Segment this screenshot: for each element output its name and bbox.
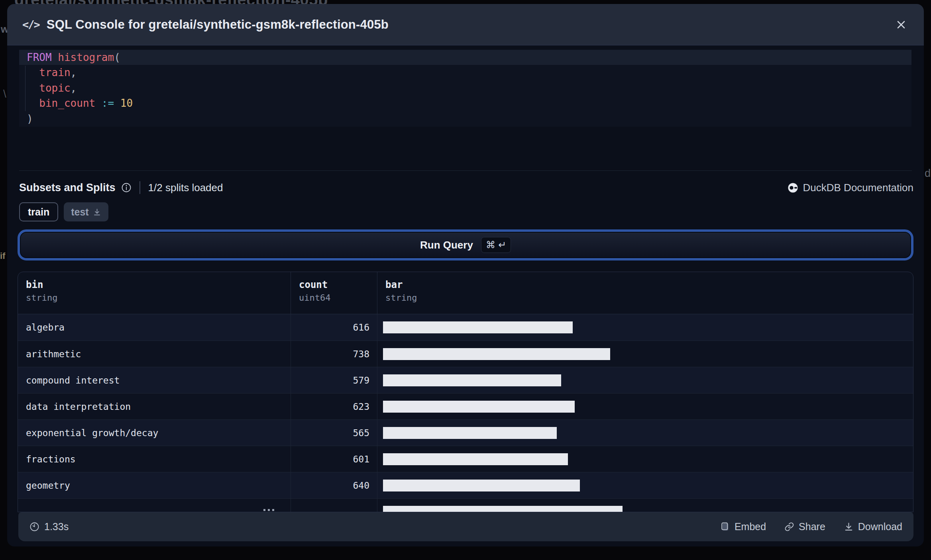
table-row: geometry640 xyxy=(18,472,913,498)
code-token: , xyxy=(71,82,77,94)
column-name: bar xyxy=(385,279,913,290)
table-row: arithmetic738 xyxy=(18,341,913,367)
count-cell: 579 xyxy=(291,367,377,393)
code-token: ( xyxy=(114,51,120,63)
section-divider xyxy=(19,170,912,171)
sql-editor[interactable]: FROM histogram( train, topic, bin_count … xyxy=(19,50,911,127)
bin-cell: compound interest xyxy=(18,367,291,393)
split-button-train[interactable]: train xyxy=(19,202,58,221)
bar-cell xyxy=(377,420,913,446)
code-token: FROM xyxy=(27,51,52,63)
run-query-label: Run Query xyxy=(420,239,473,251)
query-duration: 1.33s xyxy=(29,521,69,533)
bar-cell xyxy=(377,472,913,498)
clock-icon xyxy=(29,522,39,532)
bar-cell xyxy=(377,367,913,393)
subsets-title: Subsets and Splits xyxy=(19,182,116,194)
code-token xyxy=(52,51,58,63)
count-cell: 565 xyxy=(291,420,377,446)
share-button[interactable]: Share xyxy=(784,521,825,533)
bar-cell xyxy=(377,394,913,419)
code-token: := xyxy=(102,97,114,109)
bar-rect xyxy=(383,427,557,439)
share-icon xyxy=(784,522,794,532)
subsets-row: Subsets and Splits 1/2 splits loaded Duc… xyxy=(19,177,913,198)
bar-rect xyxy=(383,480,580,491)
code-icon: </> xyxy=(22,18,39,31)
bar-rect xyxy=(383,506,623,513)
action-label: Download xyxy=(858,521,902,533)
code-token: bin_count xyxy=(39,97,95,109)
code-token xyxy=(27,97,39,109)
split-button-test[interactable]: test xyxy=(64,202,108,221)
bar-cell xyxy=(377,341,913,367)
enter-key-icon: ↵ xyxy=(498,239,506,251)
column-header-bin: binstring xyxy=(18,272,291,314)
bar-rect xyxy=(383,374,561,386)
clipped-count-digits xyxy=(263,509,274,511)
bin-cell xyxy=(18,499,291,512)
indent-guide xyxy=(25,66,26,111)
bin-cell: geometry xyxy=(18,472,291,498)
count-cell xyxy=(291,499,377,512)
table-row-partial xyxy=(18,498,913,512)
bin-cell: arithmetic xyxy=(18,341,291,367)
run-query-button[interactable]: Run Query ⌘ ↵ xyxy=(18,229,913,260)
sql-console-modal: </> SQL Console for gretelai/synthetic-g… xyxy=(7,4,924,546)
duckdb-doc-label: DuckDB Documentation xyxy=(803,182,913,194)
close-icon[interactable] xyxy=(894,18,908,31)
cmd-key-icon: ⌘ xyxy=(486,239,495,251)
bar-cell xyxy=(377,499,913,512)
modal-title: SQL Console for gretelai/synthetic-gsm8k… xyxy=(47,18,389,32)
splits-row: traintest xyxy=(19,202,108,221)
code-line: topic, xyxy=(19,80,911,96)
code-token: train xyxy=(39,67,70,78)
code-token xyxy=(27,82,39,94)
modal-header: </> SQL Console for gretelai/synthetic-g… xyxy=(7,4,924,45)
table-row: data interpretation623 xyxy=(18,393,913,419)
bin-cell: fractions xyxy=(18,446,291,472)
bin-cell: exponential growth/decay xyxy=(18,420,291,446)
table-header: binstringcountuint64barstring xyxy=(18,272,913,314)
bin-cell: algebra xyxy=(18,314,291,341)
column-name: bin xyxy=(26,279,291,290)
code-line: train, xyxy=(19,65,911,80)
bar-rect xyxy=(383,348,610,360)
split-label: test xyxy=(71,206,88,218)
table-row: algebra616 xyxy=(18,314,913,341)
table-body: algebra616arithmetic738compound interest… xyxy=(18,314,913,512)
table-row: exponential growth/decay565 xyxy=(18,419,913,446)
code-token: histogram xyxy=(58,51,114,63)
count-cell: 738 xyxy=(291,341,377,367)
code-token: ) xyxy=(27,113,33,125)
count-cell: 623 xyxy=(291,394,377,419)
background-text-fragment: if xyxy=(0,251,5,261)
info-icon[interactable] xyxy=(121,182,132,193)
split-label: train xyxy=(28,206,49,218)
embed-button[interactable]: Embed xyxy=(720,521,766,533)
count-cell: 616 xyxy=(291,314,377,341)
bar-rect xyxy=(383,453,568,465)
code-token xyxy=(27,67,39,78)
code-token: , xyxy=(71,67,77,78)
duration-value: 1.33s xyxy=(44,521,69,533)
bar-cell xyxy=(377,314,913,341)
action-label: Embed xyxy=(735,521,766,533)
splits-loaded-status: 1/2 splits loaded xyxy=(148,182,223,194)
column-header-count: countuint64 xyxy=(291,272,377,314)
bar-rect xyxy=(383,401,575,413)
bin-cell: data interpretation xyxy=(18,394,291,419)
footer-actions: EmbedShareDownload xyxy=(720,521,902,533)
table-row: fractions601 xyxy=(18,446,913,472)
embed-icon xyxy=(720,522,730,532)
column-header-bar: barstring xyxy=(377,272,913,314)
download-button[interactable]: Download xyxy=(844,521,902,533)
results-table: binstringcountuint64barstring algebra616… xyxy=(18,272,913,512)
table-row: compound interest579 xyxy=(18,367,913,393)
background-text-fragment: \ xyxy=(3,88,6,100)
column-type: string xyxy=(26,293,291,303)
keyboard-shortcut: ⌘ ↵ xyxy=(481,237,511,253)
duckdb-doc-link[interactable]: DuckDB Documentation xyxy=(788,182,913,194)
code-token: 10 xyxy=(120,97,133,109)
vertical-separator xyxy=(139,181,140,194)
